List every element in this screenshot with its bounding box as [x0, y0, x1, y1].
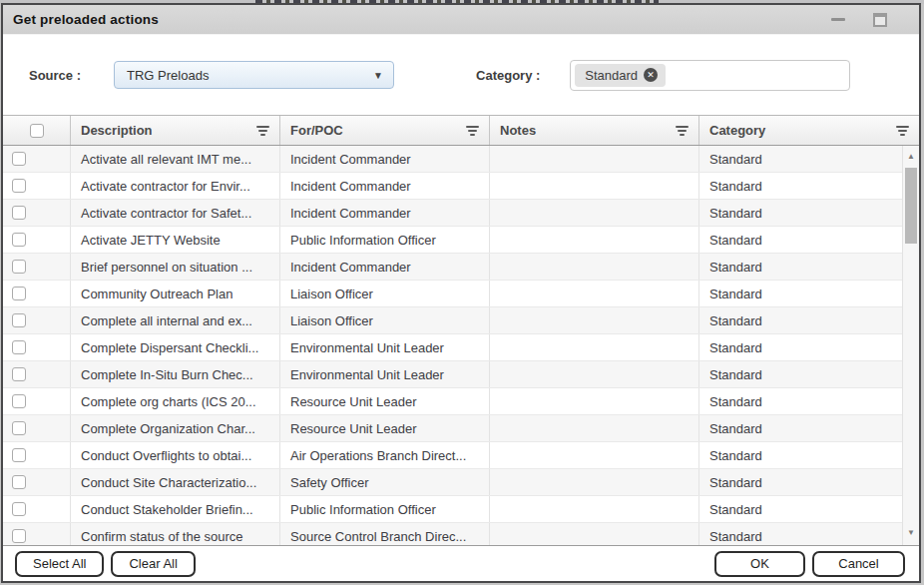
maximize-icon[interactable]	[873, 13, 887, 27]
column-header-label: Description	[81, 123, 153, 138]
cell-description: Activate contractor for Safet...	[71, 200, 280, 226]
row-checkbox-cell	[3, 442, 71, 468]
remove-tag-icon[interactable]: ✕	[644, 68, 658, 82]
table-row[interactable]: Confirm status of the sourceSource Contr…	[3, 523, 902, 545]
table-row[interactable]: Activate contractor for Envir...Incident…	[3, 173, 902, 200]
category-input[interactable]: Standard ✕	[570, 60, 850, 91]
row-checkbox[interactable]	[12, 206, 26, 220]
cell-description: Conduct Overflights to obtai...	[71, 442, 280, 468]
row-checkbox[interactable]	[12, 179, 26, 193]
table-row[interactable]: Complete all internal and ex...Liaison O…	[3, 307, 902, 334]
row-checkbox-cell	[3, 334, 71, 360]
ok-button[interactable]: OK	[714, 551, 805, 577]
row-checkbox-cell	[3, 173, 71, 199]
filter-icon[interactable]	[668, 126, 689, 136]
cell-category: Standard	[699, 281, 902, 306]
row-checkbox[interactable]	[12, 448, 26, 462]
filter-icon[interactable]	[888, 126, 909, 136]
cell-notes	[490, 523, 699, 545]
cell-description: Complete org charts (ICS 20...	[71, 388, 280, 414]
cell-category: Standard	[699, 334, 902, 360]
table-row[interactable]: Complete org charts (ICS 20...Resource U…	[3, 388, 902, 415]
column-header-description[interactable]: Description	[71, 116, 280, 145]
cell-for-poc: Liaison Officer	[280, 307, 490, 333]
select-all-header-cell	[3, 116, 71, 145]
cell-notes	[490, 496, 699, 522]
source-dropdown[interactable]: TRG Preloads ▼	[114, 61, 394, 89]
column-header-label: For/POC	[290, 123, 343, 138]
cell-for-poc: Safety Officer	[280, 469, 490, 495]
cell-for-poc: Resource Unit Leader	[280, 388, 490, 414]
column-header-notes[interactable]: Notes	[490, 116, 699, 145]
select-all-checkbox[interactable]	[30, 124, 44, 138]
cell-notes	[490, 361, 699, 387]
row-checkbox[interactable]	[12, 233, 26, 247]
column-header-category[interactable]: Category	[699, 116, 919, 145]
table-row[interactable]: Complete In-Situ Burn Chec...Environment…	[3, 361, 902, 388]
table-row[interactable]: Activate JETTY WebsitePublic Information…	[3, 227, 902, 254]
row-checkbox-cell	[3, 469, 71, 495]
scroll-down-icon[interactable]: ▼	[903, 528, 919, 537]
table-row[interactable]: Brief personnel on situation ...Incident…	[3, 254, 902, 281]
row-checkbox[interactable]	[12, 394, 26, 408]
source-dropdown-value: TRG Preloads	[127, 68, 209, 83]
clear-all-button[interactable]: Clear All	[111, 551, 195, 577]
table-row[interactable]: Activate all relevant IMT me...Incident …	[3, 146, 902, 173]
row-checkbox[interactable]	[12, 502, 26, 516]
cell-description: Activate JETTY Website	[71, 227, 280, 253]
row-checkbox[interactable]	[12, 421, 26, 435]
table-row[interactable]: Conduct Overflights to obtai...Air Opera…	[3, 442, 902, 469]
cell-notes	[490, 415, 699, 441]
table-row[interactable]: Conduct Stakeholder Briefin...Public Inf…	[3, 496, 902, 523]
row-checkbox[interactable]	[12, 475, 26, 489]
table-row[interactable]: Conduct Site Characterizatio...Safety Of…	[3, 469, 902, 496]
column-header-for-poc[interactable]: For/POC	[280, 116, 490, 145]
row-checkbox[interactable]	[12, 152, 26, 166]
cell-category: Standard	[699, 442, 902, 468]
row-checkbox[interactable]	[12, 260, 26, 274]
cancel-button[interactable]: Cancel	[812, 551, 905, 577]
row-checkbox[interactable]	[12, 367, 26, 381]
cell-category: Standard	[699, 307, 902, 333]
scrollbar-thumb[interactable]	[905, 168, 917, 244]
cell-notes	[490, 173, 699, 199]
row-checkbox[interactable]	[12, 529, 26, 543]
category-tag-label: Standard	[585, 68, 638, 83]
row-checkbox[interactable]	[12, 340, 26, 354]
row-checkbox-cell	[3, 361, 71, 387]
cell-description: Activate all relevant IMT me...	[71, 146, 280, 172]
source-label: Source :	[29, 68, 81, 83]
vertical-scrollbar[interactable]: ▲ ▼	[902, 146, 919, 545]
table-row[interactable]: Complete Dispersant Checkli...Environmen…	[3, 334, 902, 361]
select-all-button[interactable]: Select All	[15, 551, 104, 577]
dialog-titlebar: Get preloaded actions	[3, 5, 919, 35]
cell-for-poc: Incident Commander	[280, 254, 490, 280]
column-header-label: Category	[709, 123, 765, 138]
cell-category: Standard	[699, 388, 902, 414]
cell-description: Complete Dispersant Checkli...	[71, 334, 280, 360]
table-row[interactable]: Activate contractor for Safet...Incident…	[3, 200, 902, 227]
cell-for-poc: Incident Commander	[280, 173, 490, 199]
chevron-down-icon: ▼	[373, 70, 383, 81]
table-row[interactable]: Community Outreach PlanLiaison OfficerSt…	[3, 281, 902, 307]
table-rows: Activate all relevant IMT me...Incident …	[3, 146, 902, 545]
row-checkbox[interactable]	[12, 313, 26, 327]
cell-for-poc: Incident Commander	[280, 200, 490, 226]
cell-description: Activate contractor for Envir...	[71, 173, 280, 199]
cell-description: Complete all internal and ex...	[71, 307, 280, 333]
table-header: Description For/POC Notes Category	[3, 115, 919, 146]
filter-icon[interactable]	[248, 126, 269, 136]
cell-notes	[490, 442, 699, 468]
row-checkbox[interactable]	[12, 287, 26, 300]
cell-description: Conduct Stakeholder Briefin...	[71, 496, 280, 522]
filter-icon[interactable]	[458, 126, 479, 136]
row-checkbox-cell	[3, 307, 71, 333]
minimize-icon[interactable]	[831, 18, 845, 21]
dialog-footer: Select All Clear All OK Cancel	[3, 545, 919, 581]
column-header-label: Notes	[500, 123, 536, 138]
row-checkbox-cell	[3, 146, 71, 172]
scroll-up-icon[interactable]: ▲	[903, 152, 919, 161]
cell-notes	[490, 227, 699, 253]
table-row[interactable]: Complete Organization Char...Resource Un…	[3, 415, 902, 442]
cell-for-poc: Environmental Unit Leader	[280, 361, 490, 387]
